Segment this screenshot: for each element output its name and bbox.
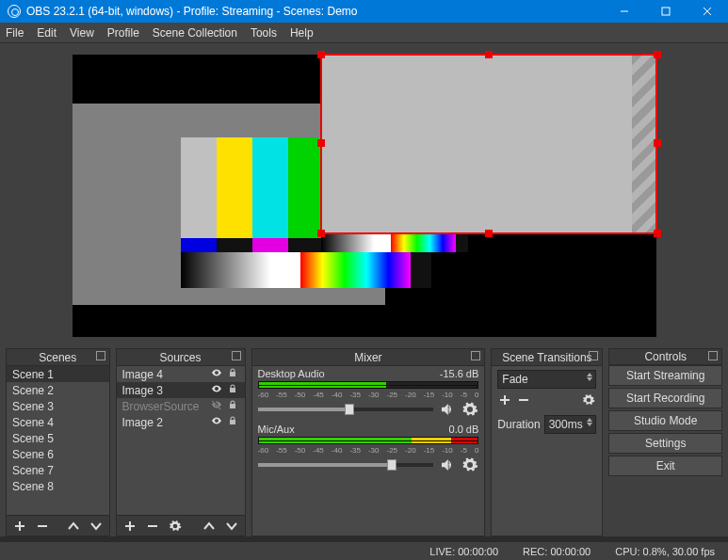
- speaker-icon[interactable]: [439, 401, 456, 418]
- source-item[interactable]: Image 4: [117, 366, 245, 382]
- source-item[interactable]: Image 3: [117, 382, 245, 398]
- menu-file[interactable]: File: [6, 26, 24, 40]
- titlebar: OBS 23.2.1 (64-bit, windows) - Profile: …: [0, 0, 728, 23]
- studio-mode-button[interactable]: Studio Mode: [608, 410, 722, 431]
- move-down-icon[interactable]: [224, 519, 239, 534]
- duration-label: Duration: [497, 418, 540, 431]
- start-streaming-button[interactable]: Start Streaming: [608, 365, 722, 386]
- remove-icon[interactable]: [35, 519, 50, 534]
- visibility-toggle-icon[interactable]: [210, 383, 223, 397]
- mixer-list: Desktop Audio-15.6 dB -60-55-50-45-40-35…: [252, 366, 485, 536]
- menu-tools[interactable]: Tools: [251, 26, 277, 40]
- scene-item[interactable]: Scene 5: [7, 430, 109, 446]
- move-up-icon[interactable]: [66, 519, 81, 534]
- controls-panel: Controls Start Streaming Start Recording…: [608, 348, 722, 536]
- scene-item[interactable]: Scene 6: [7, 446, 109, 462]
- sources-header: Sources: [117, 349, 245, 366]
- visibility-toggle-icon[interactable]: [210, 399, 223, 413]
- visibility-toggle-icon[interactable]: [210, 415, 223, 429]
- gear-icon[interactable]: [461, 401, 478, 418]
- volume-slider[interactable]: [258, 408, 434, 411]
- scene-item[interactable]: Scene 7: [7, 462, 109, 478]
- sources-panel: Sources Image 4 Image 3 BrowserSource Im…: [116, 348, 246, 536]
- sources-list[interactable]: Image 4 Image 3 BrowserSource Image 2: [117, 366, 245, 515]
- status-rec: REC: 00:00:00: [523, 546, 590, 557]
- svg-rect-1: [662, 8, 670, 15]
- move-up-icon[interactable]: [202, 519, 217, 534]
- controls-header: Controls: [608, 348, 722, 365]
- selection-outline[interactable]: [320, 54, 657, 234]
- mixer-channel: Mic/Aux0.0 dB -60-55-50-45-40-35-30-25-2…: [252, 422, 485, 477]
- remove-icon[interactable]: [516, 392, 531, 408]
- menu-scene-collection[interactable]: Scene Collection: [153, 26, 237, 40]
- add-icon[interactable]: [497, 392, 512, 408]
- selection-handle[interactable]: [317, 51, 325, 58]
- menu-help[interactable]: Help: [290, 26, 314, 40]
- scenes-header: Scenes: [7, 349, 109, 366]
- gear-icon[interactable]: [461, 456, 478, 473]
- remove-icon[interactable]: [145, 519, 160, 534]
- scene-item[interactable]: Scene 1: [7, 366, 109, 382]
- channel-name: Desktop Audio: [258, 368, 325, 379]
- status-live: LIVE: 00:00:00: [429, 546, 498, 557]
- gear-icon[interactable]: [581, 392, 596, 408]
- settings-button[interactable]: Settings: [608, 433, 722, 454]
- sources-tools: [117, 515, 245, 536]
- selection-handle[interactable]: [485, 230, 493, 237]
- transitions-header: Scene Transitions: [492, 349, 602, 366]
- status-bar: LIVE: 00:00:00 REC: 00:00:00 CPU: 0.8%, …: [0, 541, 728, 560]
- window-title: OBS 23.2.1 (64-bit, windows) - Profile: …: [26, 5, 604, 18]
- channel-db: -15.6 dB: [440, 368, 479, 379]
- add-icon[interactable]: [12, 519, 27, 534]
- minimize-button[interactable]: [604, 0, 645, 23]
- audio-meter: [258, 381, 479, 389]
- transition-duration-spin[interactable]: 300ms: [544, 415, 597, 434]
- selection-handle[interactable]: [654, 139, 661, 147]
- speaker-icon[interactable]: [439, 456, 456, 473]
- source-item[interactable]: Image 2: [117, 414, 245, 430]
- selection-handle[interactable]: [317, 139, 325, 147]
- move-down-icon[interactable]: [89, 519, 104, 534]
- popout-icon[interactable]: [589, 351, 598, 360]
- transitions-panel: Scene Transitions Fade Duration 300ms: [491, 348, 603, 536]
- lock-icon[interactable]: [226, 383, 239, 397]
- menubar: File Edit View Profile Scene Collection …: [0, 23, 728, 43]
- gear-icon[interactable]: [168, 519, 183, 534]
- scene-item[interactable]: Scene 2: [7, 382, 109, 398]
- menu-edit[interactable]: Edit: [37, 26, 57, 40]
- scenes-tools: [7, 515, 109, 536]
- mixer-panel: Mixer Desktop Audio-15.6 dB -60-55-50-45…: [251, 348, 486, 536]
- popout-icon[interactable]: [232, 351, 241, 360]
- popout-icon[interactable]: [471, 351, 480, 360]
- app-logo-icon: [8, 5, 21, 18]
- visibility-toggle-icon[interactable]: [210, 367, 223, 381]
- selection-handle[interactable]: [654, 230, 661, 237]
- maximize-button[interactable]: [645, 0, 687, 23]
- scene-item[interactable]: Scene 8: [7, 478, 109, 494]
- scene-item[interactable]: Scene 3: [7, 398, 109, 414]
- exit-button[interactable]: Exit: [608, 456, 722, 476]
- menu-profile[interactable]: Profile: [107, 26, 139, 40]
- lock-icon[interactable]: [226, 367, 239, 381]
- source-item[interactable]: BrowserSource: [117, 398, 245, 414]
- lock-icon[interactable]: [226, 399, 239, 413]
- scenes-list[interactable]: Scene 1Scene 2Scene 3Scene 4Scene 5Scene…: [7, 366, 109, 515]
- audio-meter: [258, 437, 479, 444]
- transition-mode-select[interactable]: Fade: [497, 370, 596, 389]
- preview-canvas[interactable]: [73, 55, 656, 337]
- lock-icon[interactable]: [226, 415, 239, 429]
- menu-view[interactable]: View: [70, 26, 94, 40]
- selection-handle[interactable]: [485, 51, 493, 58]
- channel-name: Mic/Aux: [258, 424, 295, 435]
- status-cpu: CPU: 0.8%, 30.00 fps: [615, 546, 715, 557]
- selection-handle[interactable]: [654, 51, 661, 58]
- volume-slider[interactable]: [258, 463, 434, 467]
- popout-icon[interactable]: [708, 351, 718, 360]
- start-recording-button[interactable]: Start Recording: [608, 388, 722, 408]
- popout-icon[interactable]: [96, 351, 105, 360]
- selection-handle[interactable]: [317, 230, 325, 237]
- add-icon[interactable]: [122, 519, 138, 534]
- scene-item[interactable]: Scene 4: [7, 414, 109, 430]
- close-button[interactable]: [687, 0, 728, 23]
- mixer-header: Mixer: [252, 349, 485, 366]
